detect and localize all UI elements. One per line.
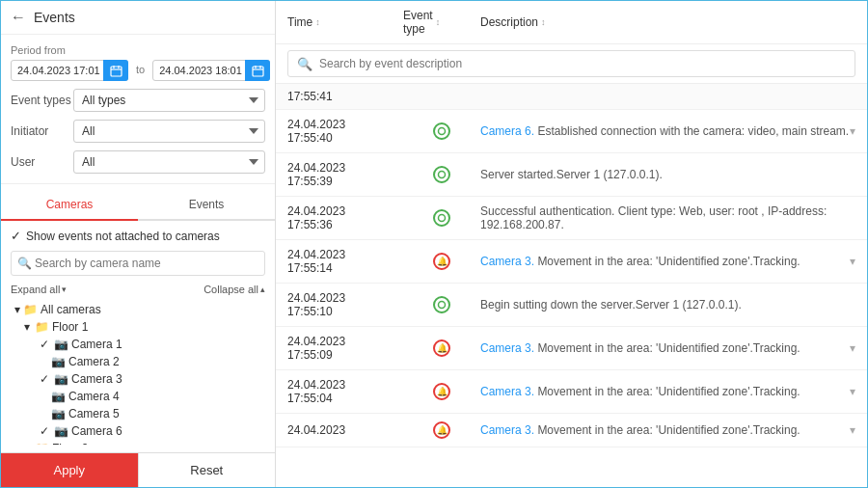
list-item: 24.04.202317:55:10 Begin sutting down th… (276, 284, 867, 327)
svg-rect-4 (253, 67, 263, 76)
initiator-label: Initiator (11, 124, 73, 138)
list-item: 17:55:41 (276, 84, 867, 110)
camera-icon: 📷 (51, 407, 66, 420)
tree-chevron-icon: ▾ (14, 303, 20, 316)
list-item: 24.04.202317:55:09 🔔 Camera 3. Movement … (276, 327, 867, 370)
event-row-content: 24.04.202317:55:40 Camera 6. Established… (276, 110, 867, 152)
event-row-content: 24.04.202317:55:39 Server started.Server… (276, 153, 867, 196)
user-label: User (11, 155, 73, 169)
event-desc-text: Server started.Server 1 (127.0.0.1). (480, 168, 663, 181)
back-button[interactable]: ← (11, 9, 26, 26)
list-item[interactable]: ▾ 📁 Floor 2 (11, 440, 265, 445)
tree-item-label: Camera 6 (71, 424, 122, 438)
list-item[interactable]: 📷 Camera 2 (11, 353, 265, 370)
event-search-bar: 🔍 (276, 44, 867, 84)
panel-title: Events (34, 10, 75, 25)
list-item[interactable]: ✓ 📷 Camera 3 (11, 370, 265, 388)
event-type-icon-circle: 🔔 (433, 421, 450, 439)
panel-header: ← Events (1, 1, 275, 35)
camera-link[interactable]: Camera 3. (480, 341, 534, 355)
event-expand-icon[interactable]: ▾ (850, 124, 855, 138)
right-panel: Time ↕ Eventtype ↕ Description ↕ 🔍 17:55… (276, 1, 867, 487)
col-time-header[interactable]: Time ↕ (287, 15, 403, 29)
event-expand-icon[interactable]: ▾ (850, 385, 855, 398)
event-type-cell: 🔔 (403, 339, 480, 357)
list-item: 24.04.202317:55:40 Camera 6. Established… (276, 110, 867, 153)
initiator-row: Initiator All (11, 120, 265, 143)
event-type-sort-icon: ↕ (436, 17, 441, 27)
event-time: 24.04.202317:55:10 (287, 291, 403, 318)
event-description: Begin sutting down the server.Server 1 (… (480, 298, 855, 312)
tree-folder-icon: 📁 (23, 303, 38, 316)
event-time: 24.04.2023 (287, 423, 403, 437)
event-type-cell: 🔔 (403, 421, 480, 439)
event-type-icon-circle (433, 166, 450, 183)
filter-section: Period from to (1, 35, 275, 184)
event-time: 24.04.202317:55:04 (287, 378, 403, 405)
bottom-buttons: Apply Reset (1, 452, 275, 487)
list-item[interactable]: ✓ 📷 Camera 1 (11, 336, 265, 353)
tab-events[interactable]: Events (138, 190, 275, 221)
desc-col-label: Description (480, 15, 538, 29)
time-sort-icon: ↕ (315, 17, 320, 27)
col-event-type-header[interactable]: Eventtype ↕ (403, 9, 480, 36)
event-row-content: 24.04.202317:55:14 🔔 Camera 3. Movement … (276, 240, 867, 283)
tree-item-label: Floor 2 (52, 442, 88, 445)
show-events-checkbox-row[interactable]: ✓ Show events not attached to cameras (11, 229, 265, 243)
event-type-cell: 🔔 (403, 253, 480, 270)
event-description: Camera 3. Movement in the area: 'Unident… (480, 341, 850, 355)
expand-collapse-row: Expand all ▾ Collapse all ▴ (11, 284, 265, 295)
event-desc-text: Successful authentication. Client type: … (480, 204, 827, 231)
tree-folder-icon: 📁 (35, 320, 49, 334)
list-item[interactable]: 📷 Camera 5 (11, 405, 265, 422)
event-desc-text: Movement in the area: 'Unidentified zone… (537, 341, 800, 355)
event-types-select[interactable]: All types (73, 89, 265, 112)
event-type-cell (403, 166, 480, 183)
calendar-to-button[interactable] (245, 60, 270, 81)
calendar-from-button[interactable] (103, 60, 128, 81)
events-list: 17:55:41 24.04.202317:55:40 Camera 6. Es… (276, 84, 867, 487)
svg-point-10 (439, 215, 446, 222)
tabs-row: Cameras Events (1, 190, 275, 221)
list-item: 24.04.202317:55:39 Server started.Server… (276, 153, 867, 197)
event-desc-text: Established connection with the camera: … (537, 124, 849, 138)
list-item[interactable]: 📷 Camera 4 (11, 388, 265, 405)
tree-item-label: Camera 3 (71, 372, 122, 386)
event-type-col-label: Eventtype (403, 9, 433, 36)
event-type-icon-circle (433, 122, 450, 140)
list-item[interactable]: ✓ 📷 Camera 6 (11, 422, 265, 440)
camera-section: ✓ Show events not attached to cameras 🔍 … (1, 221, 275, 452)
event-expand-icon[interactable]: ▾ (850, 423, 855, 437)
camera-link[interactable]: Camera 3. (480, 385, 534, 398)
event-time: 24.04.202317:55:14 (287, 248, 403, 275)
list-item: 24.04.202317:55:14 🔔 Camera 3. Movement … (276, 240, 867, 284)
camera-tree: ▾ 📁 All cameras ▾ 📁 Floor 1 ✓ 📷 Camera 1 (11, 301, 265, 445)
event-row-content: 24.04.202317:55:04 🔔 Camera 3. Movement … (276, 370, 867, 413)
camera-link[interactable]: Camera 3. (480, 423, 534, 437)
col-description-header[interactable]: Description ↕ (480, 15, 855, 29)
tree-item-label: Camera 2 (68, 355, 120, 368)
reset-button[interactable]: Reset (138, 453, 276, 487)
expand-all-button[interactable]: Expand all ▾ (11, 284, 67, 295)
event-time: 24.04.202317:55:40 (287, 118, 403, 145)
event-search-input[interactable] (287, 50, 855, 77)
camera-link[interactable]: Camera 6. (480, 124, 534, 138)
events-header: Time ↕ Eventtype ↕ Description ↕ (276, 1, 867, 44)
event-row-content: 24.04.2023 🔔 Camera 3. Movement in the a… (276, 414, 867, 447)
apply-button[interactable]: Apply (1, 453, 138, 487)
user-select[interactable]: All (73, 150, 265, 174)
initiator-select[interactable]: All (73, 120, 265, 143)
event-expand-icon[interactable]: ▾ (850, 341, 855, 355)
camera-link[interactable]: Camera 3. (480, 255, 534, 268)
tree-item-label: Floor 1 (52, 320, 88, 334)
svg-point-11 (439, 302, 446, 309)
event-expand-icon[interactable]: ▾ (850, 255, 855, 268)
list-item[interactable]: ▾ 📁 All cameras (11, 301, 265, 318)
tab-cameras[interactable]: Cameras (1, 190, 138, 221)
list-item[interactable]: ▾ 📁 Floor 1 (11, 318, 265, 336)
show-events-label: Show events not attached to cameras (26, 230, 220, 243)
collapse-all-button[interactable]: Collapse all ▴ (203, 284, 265, 295)
camera-search-input[interactable] (11, 251, 265, 276)
expand-chevron-icon: ▾ (62, 285, 67, 294)
camera-icon: 📷 (51, 355, 66, 368)
